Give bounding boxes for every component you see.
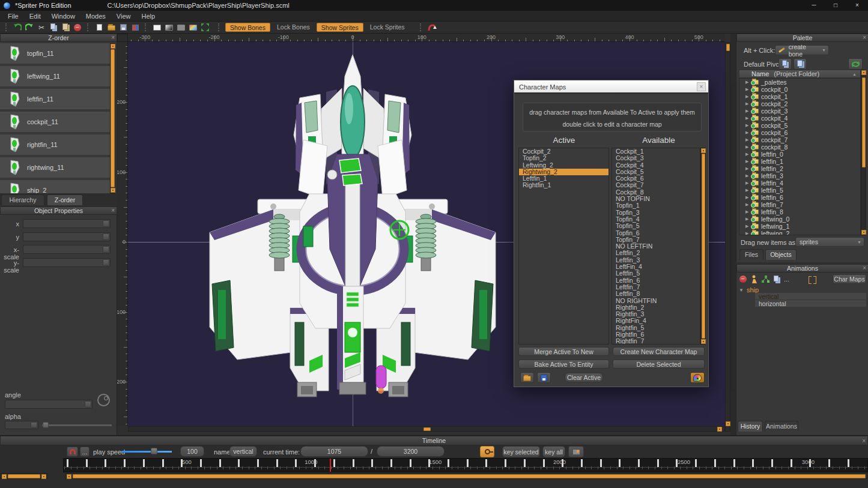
y-scale-field[interactable] [23,258,111,267]
branch-collapsed-icon[interactable]: ▶ [745,80,750,85]
branch-collapsed-icon[interactable]: ▶ [745,152,750,157]
show-sprites-toggle[interactable]: Show Sprites [317,23,363,32]
scroll-down-arrow[interactable] [701,339,706,344]
y-scale-field-spinner[interactable] [103,259,109,266]
canvas-v-scroll-arrow[interactable] [726,421,730,426]
active-character-map-item[interactable]: Topfin_2 [519,155,609,161]
keyframe-marker[interactable] [467,459,469,467]
keyframe-marker[interactable] [390,459,392,467]
animation-list[interactable]: verticalhorizontal [755,293,866,307]
timeline-close-icon[interactable]: × [862,436,866,445]
palette-tree-row[interactable]: ▶ cockpit_6 [739,129,860,136]
alpha-field-spinner[interactable] [31,422,37,428]
branch-collapsed-icon[interactable]: ▶ [745,217,750,221]
save-icon[interactable] [118,23,128,32]
keyframe-marker[interactable] [543,459,545,467]
current-time-field[interactable]: 1075 [300,446,368,457]
keyframe-marker[interactable] [162,459,164,467]
branch-collapsed-icon[interactable]: ▶ [745,159,750,164]
tab-objects[interactable]: Objects [765,249,797,260]
track-list-scrollbar[interactable] [0,473,48,479]
available-character-map-item[interactable]: Topfin_1 [612,202,700,209]
keyframe-marker[interactable] [505,459,506,467]
animation-name-field[interactable]: vertical [229,446,257,457]
auto-key-button[interactable] [480,446,494,457]
palette-tree-row[interactable]: ▶ cockpit_5 [739,122,860,129]
menu-item[interactable]: File [2,11,24,21]
cut-icon[interactable]: ✂ [37,23,46,32]
view-gradient-icon[interactable] [164,23,174,32]
palette-tree-row[interactable]: ▶ cockpit_3 [739,107,860,115]
scroll-down-arrow[interactable] [111,188,115,193]
dialog-close-button[interactable]: × [697,82,706,91]
scroll-up-arrow[interactable] [701,148,706,153]
pivot-copy-button[interactable] [778,58,792,70]
angle-field-spinner[interactable] [85,401,91,408]
scrollbar-handle[interactable] [862,77,866,167]
zorder-item[interactable]: rightwing_11 [0,157,110,178]
available-character-maps-list[interactable]: Cockpit_1Cockpit_3Cockpit_4Cockpit_5Cock… [612,148,700,345]
animations-close-icon[interactable]: × [863,265,866,272]
view-white-icon[interactable] [152,23,162,32]
palette-tree-row[interactable]: ▶ leftfin_1 [739,158,860,165]
scroll-right-arrow[interactable] [41,474,46,479]
palette-tree-row[interactable]: ▶ leftfin_5 [739,187,860,194]
palette-tree-row[interactable]: ▶ cockpit_7 [739,136,860,143]
tab-animations[interactable]: Animations [765,421,798,432]
keyframe-marker[interactable] [257,459,259,467]
keyframe-marker[interactable] [848,459,849,467]
timeline-ruler[interactable]: 50010001500200025003000 [63,458,868,472]
keyframe-marker[interactable] [619,459,621,467]
branch-collapsed-icon[interactable]: ▶ [745,231,750,235]
menu-item[interactable]: Modes [80,11,111,21]
alt-click-dropdown[interactable]: create bone ▼ [775,45,829,55]
keyframe-marker[interactable] [714,459,716,467]
bone-tool-icon[interactable] [427,23,437,32]
minimize-button[interactable]: ─ [803,0,825,11]
keyframe-marker[interactable] [276,459,278,467]
scroll-up-arrow[interactable] [111,44,115,49]
keyframe-marker[interactable] [410,459,411,467]
palette-tree-row[interactable]: ▶ cockpit_2 [739,100,860,107]
tree-header[interactable]: Name (Project Folder) ▲ [739,70,861,78]
lock-bones-toggle[interactable]: Lock Bones [273,23,314,32]
palette-tree-row[interactable]: ▶ leftwing_0 [739,215,860,223]
keyframe-marker[interactable] [485,459,487,467]
close-button[interactable]: × [846,0,868,11]
scroll-down-arrow[interactable] [861,230,866,235]
zorder-item[interactable]: leftfin_11 [0,89,110,109]
maximize-button[interactable]: □ [825,0,846,11]
palette-tree-row[interactable]: ▶ cockpit_4 [739,115,860,122]
create-character-map-button[interactable]: Create New Character Map [613,347,705,356]
active-character-map-item[interactable]: Rightfin_1 [519,182,609,188]
play-speed-slider-handle[interactable] [151,448,157,454]
key-selected-button[interactable]: key selected [502,446,540,457]
play-speed-slider-track[interactable] [121,451,172,453]
active-character-maps-list[interactable]: Cockpit_2Topfin_2Leftwing_2Rightwing_2Le… [518,148,609,345]
branch-collapsed-icon[interactable]: ▶ [745,173,750,178]
canvas-h-scrollbar[interactable] [128,426,725,432]
view-color-icon[interactable] [188,23,198,32]
view-gray-icon[interactable] [176,23,186,32]
branch-collapsed-icon[interactable]: ▶ [745,94,750,99]
branch-collapsed-icon[interactable]: ▶ [745,137,750,142]
canvas-v-scroll-handle[interactable] [726,44,730,51]
fit-view-icon[interactable] [200,23,210,32]
new-animation-icon[interactable] [750,275,758,283]
keyframe-marker[interactable] [581,459,583,467]
available-character-map-item[interactable]: Leftfin_8 [612,291,700,297]
snap-button[interactable] [67,447,78,457]
available-list-scrollbar[interactable] [700,148,706,345]
palette-tree-row[interactable]: ▶ leftfin_6 [739,194,860,201]
branch-collapsed-icon[interactable]: ▶ [745,202,750,207]
lock-sprites-toggle[interactable]: Lock Sprites [366,23,409,32]
angle-dial-knob[interactable] [104,396,108,400]
keyframe-marker[interactable] [86,459,88,467]
char-maps-button[interactable]: Char Maps [833,274,866,284]
angle-dial[interactable] [97,394,110,406]
clear-active-button[interactable]: Clear Active [565,373,603,382]
keyframe-marker[interactable] [200,459,202,467]
total-time-field[interactable]: 3200 [377,446,445,457]
keyframe-marker[interactable] [695,459,697,467]
timeline-scrollbar[interactable] [65,473,868,479]
